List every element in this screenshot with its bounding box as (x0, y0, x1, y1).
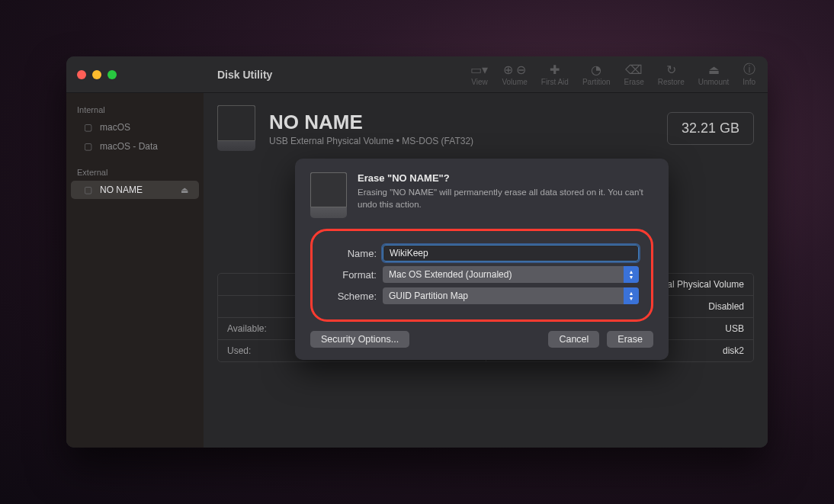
view-tool[interactable]: ▭▾View (470, 63, 488, 86)
disk-utility-window: Disk Utility ▭▾View ⊕ ⊖Volume ✚First Aid… (66, 56, 768, 448)
select-arrows-icon: ▲▼ (624, 266, 639, 283)
info-value: USB (725, 323, 744, 334)
sidebar-item-no-name[interactable]: ▢ NO NAME ⏏ (71, 181, 199, 199)
first-aid-tool[interactable]: ✚First Aid (541, 63, 569, 86)
erase-button[interactable]: Erase (607, 331, 653, 348)
sidebar-item-label: macOS (100, 122, 130, 133)
dialog-disk-icon (310, 172, 347, 218)
sidebar-header-internal: Internal (66, 101, 204, 117)
select-arrows-icon: ▲▼ (624, 287, 639, 304)
info-tool[interactable]: ⓘInfo (743, 63, 755, 86)
sidebar-item-macos-data[interactable]: ▢ macOS - Data (71, 137, 199, 156)
sidebar-item-macos[interactable]: ▢ macOS (71, 118, 199, 136)
info-icon: ⓘ (743, 63, 755, 76)
sidebar-icon: ▭▾ (470, 63, 488, 76)
sidebar-item-label: NO NAME (100, 185, 143, 195)
info-value: disk2 (723, 345, 744, 356)
pie-icon: ◔ (591, 63, 601, 76)
window-controls (77, 70, 117, 79)
dialog-text: Erasing "NO NAME" will permanently erase… (358, 187, 653, 210)
erase-form-highlight: Name: Format: Mac OS Extended (Journaled… (310, 229, 653, 322)
scheme-label: Scheme: (325, 291, 383, 302)
erase-tool[interactable]: ⌫Erase (624, 63, 644, 86)
window-title: Disk Utility (217, 69, 272, 81)
sidebar: Internal ▢ macOS ▢ macOS - Data External… (66, 93, 204, 448)
sidebar-header-external: External (66, 163, 204, 180)
close-window-button[interactable] (77, 70, 86, 79)
info-value: Disabled (708, 301, 744, 312)
unmount-tool[interactable]: ⏏Unmount (698, 63, 730, 86)
titlebar: Disk Utility ▭▾View ⊕ ⊖Volume ✚First Aid… (66, 56, 768, 93)
partition-tool[interactable]: ◔Partition (582, 63, 611, 86)
plus-minus-icon: ⊕ ⊖ (503, 63, 526, 76)
info-key: Used: (227, 345, 251, 356)
minimize-window-button[interactable] (92, 70, 101, 79)
external-disk-icon: ▢ (82, 185, 94, 195)
restore-tool[interactable]: ↻Restore (658, 63, 685, 86)
security-options-button[interactable]: Security Options... (310, 331, 409, 348)
erase-icon: ⌫ (625, 63, 643, 76)
eject-icon: ⏏ (708, 63, 720, 76)
stethoscope-icon: ✚ (550, 63, 560, 76)
format-label: Format: (325, 269, 383, 281)
format-select-value: Mac OS Extended (Journaled) (389, 269, 512, 280)
disk-icon: ▢ (82, 141, 94, 152)
restore-icon: ↻ (666, 63, 676, 76)
scheme-select-value: GUID Partition Map (389, 291, 468, 301)
scheme-select[interactable]: GUID Partition Map ▲▼ (383, 287, 639, 304)
cancel-button[interactable]: Cancel (548, 331, 599, 348)
capacity-box: 32.21 GB (667, 112, 754, 145)
sidebar-item-label: macOS - Data (100, 141, 158, 152)
name-label: Name: (325, 248, 383, 259)
eject-icon[interactable]: ⏏ (181, 185, 188, 195)
info-key: Available: (227, 323, 267, 334)
name-input[interactable] (383, 245, 639, 262)
fullscreen-window-button[interactable] (107, 70, 117, 79)
volume-icon (217, 105, 255, 151)
volume-subtitle: USB External Physical Volume • MS-DOS (F… (269, 136, 473, 146)
volume-tool[interactable]: ⊕ ⊖Volume (502, 63, 527, 86)
format-select[interactable]: Mac OS Extended (Journaled) ▲▼ (383, 266, 639, 283)
erase-dialog: Erase "NO NAME"? Erasing "NO NAME" will … (295, 159, 669, 360)
disk-icon: ▢ (82, 122, 94, 133)
dialog-title: Erase "NO NAME"? (358, 172, 653, 184)
toolbar: ▭▾View ⊕ ⊖Volume ✚First Aid ◔Partition ⌫… (272, 63, 768, 86)
volume-name: NO NAME (269, 111, 473, 134)
